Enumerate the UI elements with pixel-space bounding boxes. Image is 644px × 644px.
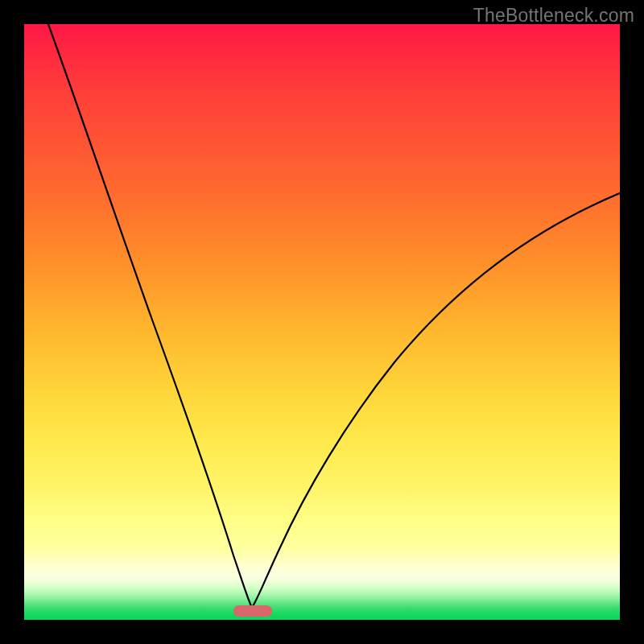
curve-left-branch: [48, 24, 252, 608]
plot-area: [24, 24, 620, 620]
watermark-text: TheBottleneck.com: [473, 5, 634, 27]
chart-frame: TheBottleneck.com: [0, 0, 644, 644]
optimum-marker: [233, 605, 272, 617]
curve-right-branch: [252, 193, 620, 608]
bottleneck-curve: [24, 24, 620, 620]
